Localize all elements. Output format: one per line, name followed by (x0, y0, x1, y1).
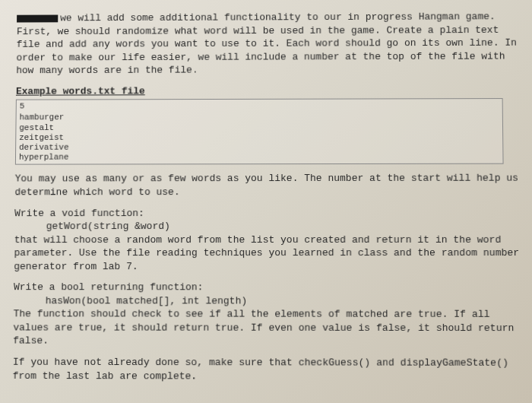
bool-fn-signature: hasWon(bool matched[], int length) (14, 294, 521, 308)
void-function-block: Write a void function: getWord(string &w… (14, 206, 520, 273)
intro-paragraph: we will add some additional functionalit… (16, 10, 518, 78)
example-word: hyperplane (19, 152, 500, 163)
example-count: 5 (20, 100, 499, 113)
void-fn-signature: getWord(string &word) (14, 220, 520, 233)
void-fn-intro: Write a void function: (14, 206, 519, 220)
example-heading: Example words.txt file (16, 84, 518, 98)
example-word: gestalt (19, 122, 499, 133)
bool-fn-desc: The function should check to see if all … (13, 308, 521, 349)
redacted-mark (17, 14, 58, 22)
example-word: hamburger (19, 112, 499, 122)
example-word: zeitgeist (19, 132, 499, 143)
bool-function-block: Write a bool returning function: hasWon(… (13, 281, 521, 348)
final-paragraph: If you have not already done so, make su… (13, 356, 521, 384)
paragraph-2: You may use as many or as few words as y… (14, 172, 519, 199)
example-word: derivative (19, 142, 499, 153)
example-file-box: 5 hamburger gestalt zeitgeist derivative… (15, 98, 504, 165)
bool-fn-intro: Write a bool returning function: (14, 281, 521, 294)
void-fn-desc: that will choose a random word from the … (14, 233, 520, 273)
document-page: we will add some additional functionalit… (13, 10, 521, 383)
intro-text: we will add some additional functionalit… (16, 11, 517, 76)
